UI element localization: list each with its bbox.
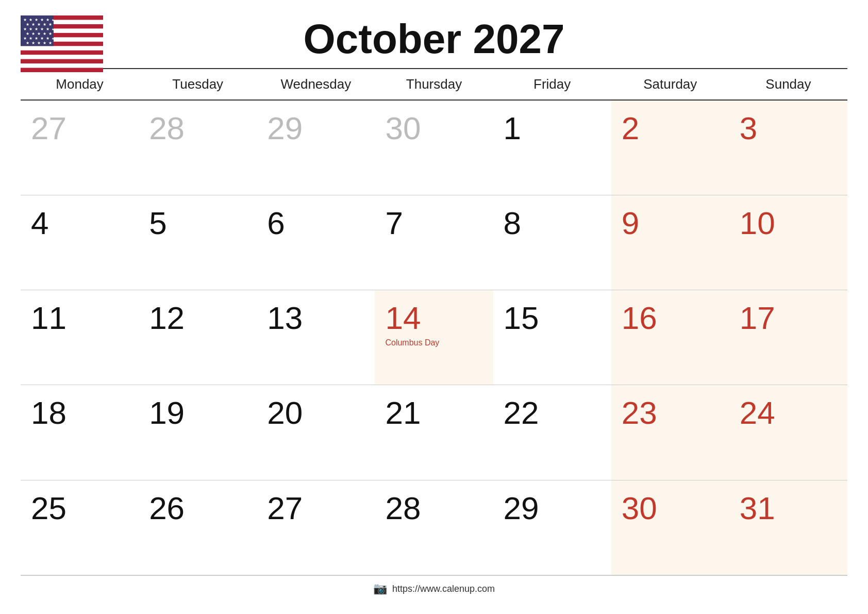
calendar-day: 30 bbox=[375, 100, 493, 195]
svg-text:★: ★ bbox=[31, 31, 35, 36]
calendar-day: 16 bbox=[611, 290, 729, 385]
day-number: 18 bbox=[31, 394, 128, 431]
day-number: 13 bbox=[267, 300, 364, 336]
svg-text:★: ★ bbox=[35, 18, 38, 22]
day-number: 23 bbox=[622, 394, 719, 431]
svg-text:★: ★ bbox=[37, 41, 41, 45]
day-number: 10 bbox=[740, 205, 837, 241]
calendar-day: 23 bbox=[611, 385, 729, 480]
day-number: 2 bbox=[622, 110, 719, 146]
day-number: 28 bbox=[385, 490, 482, 526]
day-number: 9 bbox=[622, 205, 719, 241]
holiday-label: Columbus Day bbox=[385, 338, 482, 347]
calendar-day: 30 bbox=[611, 480, 729, 575]
weekday-header-wednesday: Wednesday bbox=[257, 69, 375, 100]
flag-icon: ★★★★★★ ★★★★★ ★★★★★★ ★★★★★ ★★★★★★ ★★★★★ bbox=[21, 15, 103, 74]
calendar-day: 17 bbox=[729, 290, 847, 385]
svg-text:★: ★ bbox=[35, 27, 38, 31]
day-number: 27 bbox=[267, 490, 364, 526]
calendar-day: 25 bbox=[21, 480, 139, 575]
calendar-week-row: 45678910 bbox=[21, 195, 847, 290]
calendar-day: 11 bbox=[21, 290, 139, 385]
calendar-day: 2 bbox=[611, 100, 729, 195]
calendar-day: 19 bbox=[139, 385, 257, 480]
day-number: 11 bbox=[31, 300, 128, 336]
calendar-day: 27 bbox=[257, 480, 375, 575]
weekday-header-sunday: Sunday bbox=[729, 69, 847, 100]
calendar-day: 26 bbox=[139, 480, 257, 575]
calendar-grid: MondayTuesdayWednesdayThursdayFridaySatu… bbox=[21, 68, 847, 575]
day-number: 31 bbox=[740, 490, 837, 526]
svg-text:★: ★ bbox=[43, 41, 46, 45]
svg-text:★: ★ bbox=[52, 28, 54, 31]
calendar-day: 31 bbox=[729, 480, 847, 575]
camera-icon: 📷 bbox=[373, 582, 387, 595]
weekday-header-friday: Friday bbox=[493, 69, 611, 100]
day-number: 30 bbox=[622, 490, 719, 526]
day-number: 4 bbox=[31, 205, 128, 241]
day-number: 25 bbox=[31, 490, 128, 526]
calendar-day: 7 bbox=[375, 195, 493, 290]
svg-text:★: ★ bbox=[46, 36, 49, 41]
calendar-day: 29 bbox=[493, 480, 611, 575]
svg-text:★: ★ bbox=[40, 27, 44, 31]
svg-text:★: ★ bbox=[48, 31, 52, 36]
day-number: 24 bbox=[740, 394, 837, 431]
calendar-day: 28 bbox=[375, 480, 493, 575]
weekday-header-row: MondayTuesdayWednesdayThursdayFridaySatu… bbox=[21, 69, 847, 100]
calendar-day: 3 bbox=[729, 100, 847, 195]
svg-text:★: ★ bbox=[23, 36, 27, 41]
page-title: October 2027 bbox=[304, 15, 565, 63]
day-number: 28 bbox=[149, 110, 246, 146]
calendar-week-row: 25262728293031 bbox=[21, 480, 847, 575]
svg-text:★: ★ bbox=[52, 37, 54, 40]
weekday-header-saturday: Saturday bbox=[611, 69, 729, 100]
calendar-day: 12 bbox=[139, 290, 257, 385]
calendar-day: 5 bbox=[139, 195, 257, 290]
svg-text:★: ★ bbox=[48, 41, 52, 45]
svg-text:★: ★ bbox=[37, 22, 41, 27]
day-number: 6 bbox=[267, 205, 364, 241]
calendar-day: 29 bbox=[257, 100, 375, 195]
day-number: 26 bbox=[149, 490, 246, 526]
svg-text:★: ★ bbox=[43, 22, 46, 27]
day-number: 1 bbox=[504, 110, 601, 146]
calendar-day: 22 bbox=[493, 385, 611, 480]
day-number: 7 bbox=[385, 205, 482, 241]
weekday-header-tuesday: Tuesday bbox=[139, 69, 257, 100]
day-number: 19 bbox=[149, 394, 246, 431]
calendar-day: 13 bbox=[257, 290, 375, 385]
calendar-day: 20 bbox=[257, 385, 375, 480]
svg-text:★: ★ bbox=[31, 41, 35, 45]
calendar-day: 18 bbox=[21, 385, 139, 480]
website-url: https://www.calenup.com bbox=[392, 584, 495, 594]
svg-text:★: ★ bbox=[29, 27, 32, 31]
svg-text:★: ★ bbox=[43, 31, 46, 36]
calendar-week-row: 18192021222324 bbox=[21, 385, 847, 480]
calendar-day: 15 bbox=[493, 290, 611, 385]
weekday-header-thursday: Thursday bbox=[375, 69, 493, 100]
day-number: 30 bbox=[385, 110, 482, 146]
calendar-header: ★★★★★★ ★★★★★ ★★★★★★ ★★★★★ ★★★★★★ ★★★★★ O… bbox=[21, 15, 847, 63]
day-number: 16 bbox=[622, 300, 719, 336]
svg-text:★: ★ bbox=[26, 22, 29, 27]
svg-text:★: ★ bbox=[40, 36, 44, 41]
svg-text:★: ★ bbox=[26, 41, 29, 45]
day-number: 12 bbox=[149, 300, 246, 336]
day-number: 27 bbox=[31, 110, 128, 146]
svg-text:★: ★ bbox=[46, 27, 49, 31]
svg-text:★: ★ bbox=[48, 22, 52, 27]
svg-text:★: ★ bbox=[52, 19, 54, 22]
calendar-day: 4 bbox=[21, 195, 139, 290]
calendar-day: 8 bbox=[493, 195, 611, 290]
svg-text:★: ★ bbox=[23, 27, 27, 31]
calendar-day: 1 bbox=[493, 100, 611, 195]
calendar-day: 10 bbox=[729, 195, 847, 290]
day-number: 17 bbox=[740, 300, 837, 336]
calendar-week-row: 11121314Columbus Day151617 bbox=[21, 290, 847, 385]
calendar-day: 28 bbox=[139, 100, 257, 195]
day-number: 15 bbox=[504, 300, 601, 336]
svg-rect-5 bbox=[21, 55, 103, 59]
svg-text:★: ★ bbox=[46, 18, 49, 22]
footer: 📷 https://www.calenup.com bbox=[21, 575, 847, 599]
